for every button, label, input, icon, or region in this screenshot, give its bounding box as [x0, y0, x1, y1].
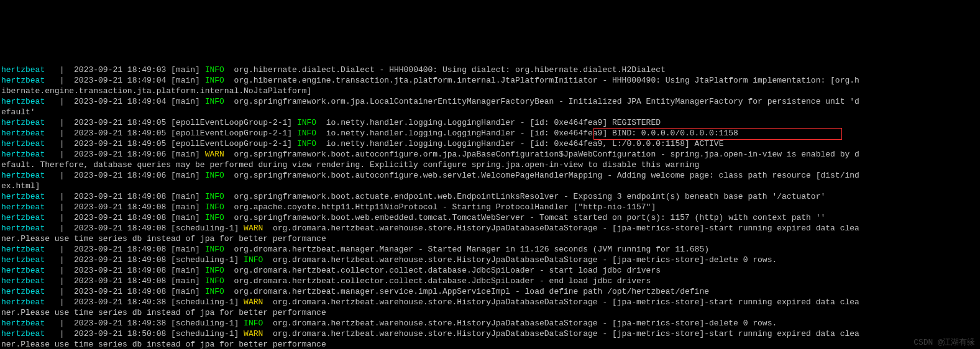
- log-separator: |: [60, 97, 74, 106]
- log-source: hertzbeat: [1, 276, 60, 286]
- log-thread: [main]: [171, 276, 205, 286]
- log-line-continuation: ex.html]: [1, 181, 980, 191]
- log-line: hertzbeat | 2023-09-21 18:49:08 [main] I…: [1, 265, 980, 276]
- log-level: INFO: [205, 76, 224, 85]
- log-thread: [main]: [171, 76, 205, 85]
- log-timestamp: 2023-09-21 18:49:05: [74, 139, 171, 148]
- log-level: INFO: [205, 192, 224, 201]
- log-timestamp: 2023-09-21 18:49:06: [74, 171, 171, 180]
- log-message: org.springframework.boot.autoconfigure.o…: [224, 150, 859, 159]
- log-level: INFO: [205, 245, 224, 254]
- log-line-continuation: efault. Therefore, database queries may …: [1, 160, 980, 170]
- watermark-text: CSDN @江湖有缘: [914, 337, 975, 348]
- log-separator: |: [60, 129, 74, 138]
- log-level: INFO: [297, 129, 316, 138]
- log-source: hertzbeat: [1, 297, 60, 307]
- log-source: hertzbeat: [1, 224, 60, 233]
- log-message: org.dromara.hertzbeat.collector.collect.…: [224, 266, 661, 275]
- log-source: hertzbeat: [1, 171, 60, 180]
- log-line: hertzbeat | 2023-09-21 18:49:08 [main] I…: [1, 212, 980, 223]
- log-message: org.hibernate.engine.transaction.jta.pla…: [224, 76, 859, 85]
- log-timestamp: 2023-09-21 18:49:08: [74, 213, 171, 222]
- log-line: hertzbeat | 2023-09-21 18:49:03 [main] I…: [1, 65, 980, 75]
- log-thread: [scheduling-1]: [171, 297, 244, 307]
- log-separator: |: [60, 245, 74, 254]
- log-message: org.springframework.orm.jpa.LocalContain…: [224, 97, 859, 106]
- log-thread: [main]: [171, 150, 205, 159]
- log-timestamp: 2023-09-21 18:49:38: [74, 319, 171, 328]
- log-level: INFO: [297, 139, 316, 148]
- log-separator: |: [60, 224, 74, 233]
- log-line: hertzbeat | 2023-09-21 18:49:05 [epollEv…: [1, 128, 980, 138]
- log-message: io.netty.handler.logging.LoggingHandler …: [316, 139, 723, 148]
- log-line: hertzbeat | 2023-09-21 18:49:04 [main] I…: [1, 75, 980, 86]
- log-line: hertzbeat | 2023-09-21 18:49:38 [schedul…: [1, 318, 980, 329]
- log-level: INFO: [205, 287, 224, 296]
- log-line: hertzbeat | 2023-09-21 18:49:06 [main] I…: [1, 170, 980, 181]
- log-timestamp: 2023-09-21 18:49:04: [74, 97, 171, 106]
- log-separator: |: [60, 150, 74, 159]
- log-message: io.netty.handler.logging.LoggingHandler …: [316, 118, 661, 127]
- log-source: hertzbeat: [1, 213, 60, 222]
- log-level: INFO: [244, 319, 263, 328]
- log-thread: [epollEventLoopGroup-2-1]: [171, 118, 297, 127]
- log-source: hertzbeat: [1, 150, 60, 159]
- log-line: hertzbeat | 2023-09-21 18:49:38 [schedul…: [1, 297, 980, 307]
- log-line: hertzbeat | 2023-09-21 18:49:05 [epollEv…: [1, 117, 980, 128]
- log-output: hertzbeat | 2023-09-21 18:49:03 [main] I…: [1, 43, 980, 349]
- log-source: hertzbeat: [1, 319, 60, 328]
- log-message: org.dromara.hertzbeat.warehouse.store.Hi…: [263, 224, 859, 233]
- log-thread: [main]: [171, 213, 205, 222]
- log-message: io.netty.handler.logging.LoggingHandler …: [316, 129, 738, 138]
- log-separator: |: [60, 266, 74, 275]
- log-thread: [main]: [171, 65, 205, 75]
- log-timestamp: 2023-09-21 18:49:08: [74, 255, 171, 265]
- log-timestamp: 2023-09-21 18:49:03: [74, 65, 171, 75]
- log-line: hertzbeat | 2023-09-21 18:49:05 [epollEv…: [1, 138, 980, 149]
- log-source: hertzbeat: [1, 287, 60, 296]
- log-timestamp: 2023-09-21 18:49:08: [74, 192, 171, 201]
- log-level: INFO: [205, 276, 224, 286]
- log-timestamp: 2023-09-21 18:49:05: [74, 118, 171, 127]
- log-level: WARN: [244, 297, 263, 307]
- log-line-continuation: ner.Please use time series db instead of…: [1, 307, 980, 318]
- log-thread: [epollEventLoopGroup-2-1]: [171, 129, 297, 138]
- log-level: INFO: [205, 213, 224, 222]
- log-level: WARN: [244, 224, 263, 233]
- log-thread: [scheduling-1]: [171, 319, 244, 328]
- log-line: hertzbeat | 2023-09-21 18:50:08 [schedul…: [1, 329, 980, 339]
- log-line: hertzbeat | 2023-09-21 18:49:08 [schedul…: [1, 255, 980, 265]
- log-message: org.dromara.hertzbeat.warehouse.store.Hi…: [263, 319, 777, 328]
- log-message: org.dromara.hertzbeat.warehouse.store.Hi…: [263, 329, 859, 338]
- log-timestamp: 2023-09-21 18:49:06: [74, 150, 171, 159]
- log-source: hertzbeat: [1, 202, 60, 212]
- log-separator: |: [60, 255, 74, 265]
- log-separator: |: [60, 139, 74, 148]
- log-separator: |: [60, 276, 74, 286]
- log-message: org.hibernate.dialect.Dialect - HHH00040…: [224, 65, 666, 75]
- log-source: hertzbeat: [1, 97, 60, 106]
- log-line-continuation: efault': [1, 107, 980, 117]
- log-thread: [main]: [171, 266, 205, 275]
- log-separator: |: [60, 319, 74, 328]
- log-timestamp: 2023-09-21 18:49:05: [74, 129, 171, 138]
- log-separator: |: [60, 171, 74, 180]
- log-source: hertzbeat: [1, 255, 60, 265]
- log-thread: [scheduling-1]: [171, 224, 244, 233]
- log-level: WARN: [205, 150, 224, 159]
- log-line: hertzbeat | 2023-09-21 18:49:08 [main] I…: [1, 202, 980, 212]
- log-timestamp: 2023-09-21 18:49:08: [74, 276, 171, 286]
- log-message: org.dromara.hertzbeat.manager.Manager - …: [224, 245, 709, 254]
- log-separator: |: [60, 287, 74, 296]
- log-line: hertzbeat | 2023-09-21 18:49:08 [main] I…: [1, 276, 980, 286]
- log-line: hertzbeat | 2023-09-21 18:49:08 [main] I…: [1, 191, 980, 202]
- log-timestamp: 2023-09-21 18:49:08: [74, 287, 171, 296]
- log-timestamp: 2023-09-21 18:49:08: [74, 266, 171, 275]
- log-separator: |: [60, 65, 74, 75]
- log-line-continuation: ner.Please use time series db instead of…: [1, 339, 980, 349]
- log-separator: |: [60, 118, 74, 127]
- log-timestamp: 2023-09-21 18:49:38: [74, 297, 171, 307]
- log-thread: [main]: [171, 245, 205, 254]
- log-source: hertzbeat: [1, 65, 60, 75]
- log-line: hertzbeat | 2023-09-21 18:49:08 [main] I…: [1, 244, 980, 255]
